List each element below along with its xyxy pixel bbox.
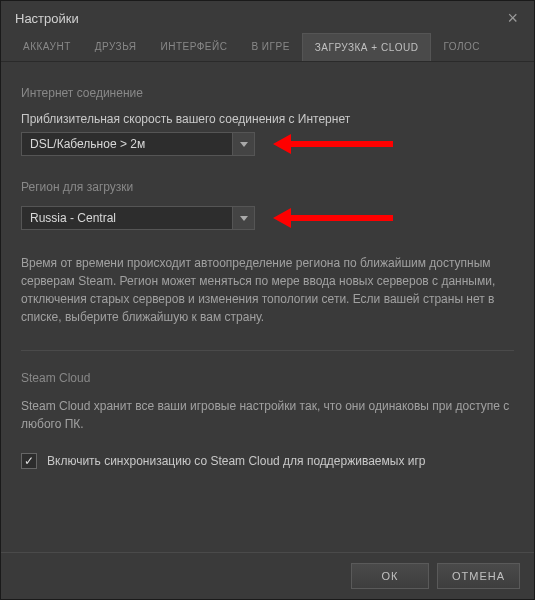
chevron-down-icon (240, 216, 248, 221)
cloud-title: Steam Cloud (21, 371, 514, 385)
tab-account[interactable]: АККАУНТ (11, 33, 83, 61)
tab-interface[interactable]: ИНТЕРФЕЙС (148, 33, 239, 61)
content-area: Интернет соединение Приблизительная скор… (1, 62, 534, 483)
region-row: Russia - Central (21, 206, 514, 230)
internet-section-label: Интернет соединение (21, 86, 514, 100)
window-title: Настройки (15, 11, 79, 26)
cloud-sync-checkbox[interactable]: ✓ (21, 453, 37, 469)
annotation-arrow (273, 211, 393, 225)
arrow-body (288, 215, 393, 221)
cloud-sync-label: Включить синхронизацию со Steam Cloud дл… (47, 454, 425, 468)
arrow-body (288, 141, 393, 147)
cloud-description: Steam Cloud хранит все ваши игровые наст… (21, 397, 514, 433)
tabs-bar: АККАУНТ ДРУЗЬЯ ИНТЕРФЕЙС В ИГРЕ ЗАГРУЗКА… (1, 33, 534, 62)
close-icon: × (507, 8, 518, 28)
speed-select[interactable]: DSL/Кабельное > 2м (21, 132, 255, 156)
ok-button[interactable]: ОК (351, 563, 429, 589)
divider (21, 350, 514, 351)
annotation-arrow (273, 137, 393, 151)
footer: ОК ОТМЕНА (1, 552, 534, 599)
region-select[interactable]: Russia - Central (21, 206, 255, 230)
checkmark-icon: ✓ (24, 455, 34, 467)
speed-row: DSL/Кабельное > 2м (21, 132, 514, 156)
region-section-label: Регион для загрузки (21, 180, 514, 194)
close-button[interactable]: × (503, 9, 522, 27)
region-description: Время от времени происходит автоопределе… (21, 254, 514, 326)
cloud-sync-row: ✓ Включить синхронизацию со Steam Cloud … (21, 453, 514, 469)
speed-select-button[interactable] (232, 133, 254, 155)
region-select-value: Russia - Central (30, 211, 116, 225)
titlebar: Настройки × (1, 1, 534, 33)
settings-window: Настройки × АККАУНТ ДРУЗЬЯ ИНТЕРФЕЙС В И… (0, 0, 535, 600)
tab-downloads-cloud[interactable]: ЗАГРУЗКА + CLOUD (302, 33, 432, 61)
chevron-down-icon (240, 142, 248, 147)
tab-friends[interactable]: ДРУЗЬЯ (83, 33, 149, 61)
region-select-button[interactable] (232, 207, 254, 229)
tab-ingame[interactable]: В ИГРЕ (239, 33, 301, 61)
cancel-button[interactable]: ОТМЕНА (437, 563, 520, 589)
speed-label: Приблизительная скорость вашего соединен… (21, 112, 514, 126)
tab-voice[interactable]: ГОЛОС (431, 33, 492, 61)
speed-select-value: DSL/Кабельное > 2м (30, 137, 145, 151)
